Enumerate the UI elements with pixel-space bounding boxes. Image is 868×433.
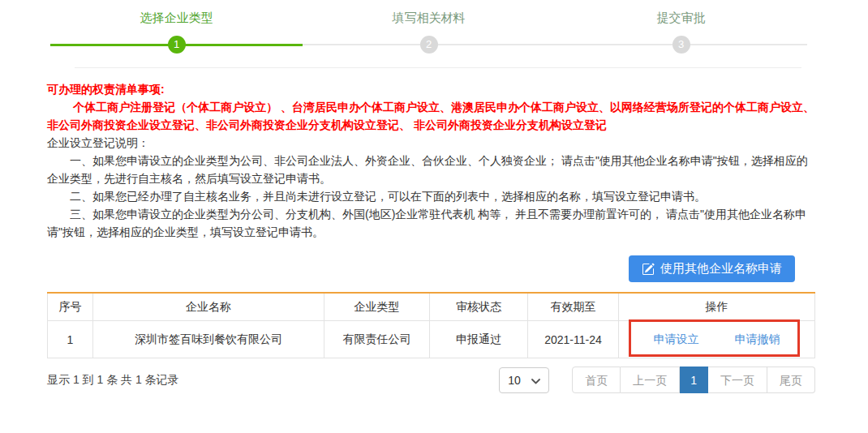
step-fill-materials: 填写相关材料 2 xyxy=(303,10,555,54)
record-summary: 显示 1 到 1 条 共 1 条记录 xyxy=(47,373,179,388)
step-number-badge: 1 xyxy=(168,36,186,54)
col-header-name: 企业名称 xyxy=(93,293,324,321)
step-choose-type: 选择企业类型 1 xyxy=(50,10,303,54)
table-header-row: 序号 企业名称 企业类型 审核状态 有效期至 操作 xyxy=(48,293,815,321)
notice-section: 可办理的权责清单事项: 个体工商户注册登记（个体工商户设立） 、台湾居民申办个体… xyxy=(0,68,868,241)
desc-title: 企业设立登记说明： xyxy=(47,134,815,152)
step-label: 选择企业类型 xyxy=(50,10,303,26)
apply-setup-link[interactable]: 申请设立 xyxy=(654,332,699,347)
col-header-valid-until: 有效期至 xyxy=(528,293,619,321)
notice-red-items: 个体工商户注册登记（个体工商户设立） 、台湾居民申办个体工商户设立、港澳居民申办… xyxy=(47,98,815,134)
pagination-first-button[interactable]: 首页 xyxy=(572,367,621,393)
cell-operations: 申请设立 申请撤销 xyxy=(619,321,815,358)
step-wizard: 选择企业类型 1 填写相关材料 2 提交审批 3 xyxy=(0,0,868,68)
page-size-select[interactable]: 10 xyxy=(499,367,549,393)
desc-item-1: 一、如果您申请设立的企业类型为公司、非公司企业法人、外资企业、合伙企业、个人独资… xyxy=(47,152,815,187)
col-header-status: 审核状态 xyxy=(430,293,528,321)
notice-heading: 可办理的权责清单事项: xyxy=(47,80,815,98)
desc-item-2: 二、如果您已经办理了自主核名业务，并且尚未进行设立登记，可以在下面的列表中，选择… xyxy=(47,187,815,205)
apply-other-name-button-label: 使用其他企业名称申请 xyxy=(660,261,782,277)
step-label: 提交审批 xyxy=(555,10,807,26)
col-header-type: 企业类型 xyxy=(324,293,430,321)
col-header-index: 序号 xyxy=(48,293,93,321)
cell-company-type: 有限责任公司 xyxy=(324,321,430,358)
edit-square-icon xyxy=(642,263,655,276)
step-label: 填写相关材料 xyxy=(303,10,555,26)
apply-cancel-link[interactable]: 申请撤销 xyxy=(735,332,780,347)
cell-index: 1 xyxy=(48,321,93,358)
pagination-last-button[interactable]: 尾页 xyxy=(767,367,815,393)
cell-company-name: 深圳市签百味到餐饮有限公司 xyxy=(93,321,324,358)
pagination-page-1-button[interactable]: 1 xyxy=(680,367,708,393)
chevron-down-icon xyxy=(531,374,540,387)
step-number-badge: 3 xyxy=(672,36,690,54)
cell-status: 申报通过 xyxy=(430,321,528,358)
step-number-badge: 2 xyxy=(420,36,438,54)
cell-valid-until: 2021-11-24 xyxy=(528,321,619,358)
pagination: 首页 上一页 1 下一页 尾页 xyxy=(572,367,815,393)
pagination-next-button[interactable]: 下一页 xyxy=(708,367,767,393)
company-name-table: 序号 企业名称 企业类型 审核状态 有效期至 操作 1 深圳市签百味到餐饮有限公… xyxy=(47,292,815,358)
apply-other-name-button[interactable]: 使用其他企业名称申请 xyxy=(629,255,795,282)
desc-item-3: 三、如果您申请设立的企业类型为分公司、分支机构、外国(地区)企业常驻代表机 构等… xyxy=(47,205,815,241)
table-row: 1 深圳市签百味到餐饮有限公司 有限责任公司 申报通过 2021-11-24 申… xyxy=(48,321,815,358)
page-size-value: 10 xyxy=(508,374,521,387)
step-submit-approval: 提交审批 3 xyxy=(555,10,807,54)
pagination-prev-button[interactable]: 上一页 xyxy=(621,367,680,393)
col-header-operation: 操作 xyxy=(619,293,815,321)
